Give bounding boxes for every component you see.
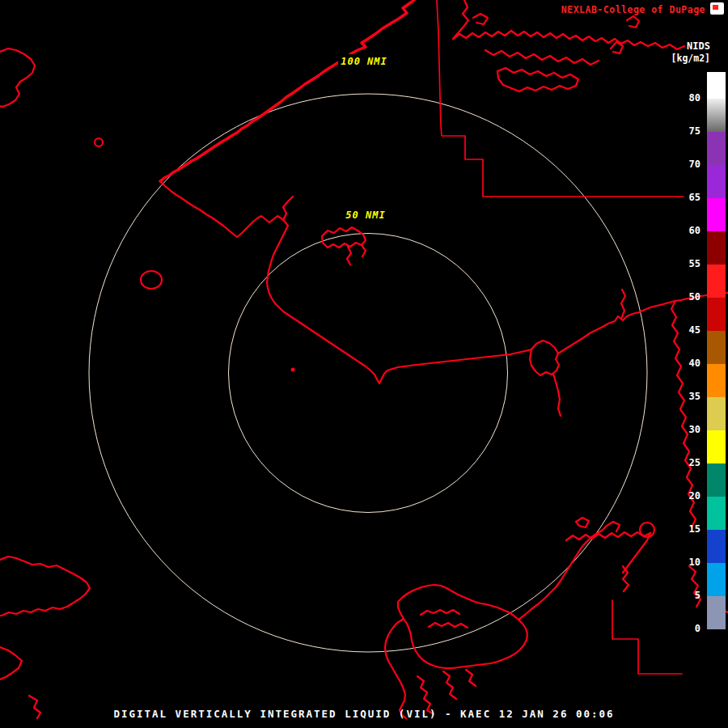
range-ring-50	[229, 234, 508, 513]
river-northeast	[621, 290, 625, 319]
lake-north-center	[322, 227, 366, 248]
island-south-detail-2	[429, 623, 468, 628]
coastline-southeast-4	[689, 566, 700, 607]
island-cluster-northeast-1	[453, 31, 684, 49]
colorbar-segment	[707, 463, 726, 497]
ring-label-50: 50 NMI	[345, 210, 385, 221]
colorbar-segment	[707, 364, 726, 397]
island-south-detail-1	[421, 610, 459, 615]
colorbar-segment	[707, 497, 726, 530]
coastline-east	[558, 293, 728, 353]
map-outlines	[0, 0, 728, 718]
coastline-southwest-peninsula	[0, 557, 90, 616]
colorbar-segment	[707, 231, 726, 265]
colorbar-segment	[707, 165, 726, 198]
colorbar-segment	[707, 265, 726, 298]
islet-northeast-b	[627, 16, 639, 28]
island-cluster-northeast-4	[497, 68, 578, 91]
islet-southeast	[576, 518, 589, 527]
range-ring-100	[89, 94, 647, 652]
island-cluster-northeast-2	[453, 0, 468, 39]
colorbar-units: [kg/m2]	[671, 53, 710, 64]
island-south-detail-4	[443, 671, 456, 699]
colorbar-segment	[707, 530, 726, 563]
ring-labels: 100 NMI 50 NMI	[338, 54, 390, 221]
colorbar-segment	[707, 596, 726, 629]
boundary-steps-southeast	[612, 600, 682, 674]
coastline-south-complex	[398, 585, 527, 668]
colorbar-segment	[707, 99, 726, 132]
coastline-northwest-corner	[0, 49, 35, 107]
colorbar-segment	[707, 198, 726, 231]
lake-west	[141, 271, 162, 289]
colorbar-segment	[707, 72, 726, 99]
radar-map: 100 NMI 50 NMI	[0, 0, 728, 728]
pond-northwest	[95, 138, 103, 146]
creek-north-center	[347, 247, 351, 265]
brand-watermark: NEXLAB-College of DuPage	[561, 4, 705, 15]
coastline-southeast-6	[623, 566, 629, 591]
islet-center	[291, 368, 295, 372]
coastline-notch	[283, 197, 293, 220]
colorbar-segment	[707, 397, 726, 430]
river-east	[553, 374, 561, 416]
colorbar-segment	[707, 563, 726, 596]
radar-display: 100 NMI 50 NMI NEXLAB-College of DuPage …	[0, 0, 728, 728]
coastline-southeast-3	[602, 522, 620, 531]
islet-northeast-c	[473, 14, 488, 24]
bay-east	[530, 341, 559, 375]
coastline-right-edge	[671, 301, 696, 527]
colorbar	[707, 0, 726, 728]
range-rings	[89, 94, 647, 652]
product-caption: DIGITAL VERTICALLY INTEGRATED LIQUID (VI…	[0, 708, 728, 720]
coastline-southwest-2	[0, 647, 22, 679]
island-cluster-northeast-3	[485, 50, 599, 65]
creek-north-center-2	[362, 245, 366, 256]
boundary-lines-north	[437, 0, 684, 197]
coastline-northwest	[160, 0, 418, 181]
colorbar-segment	[707, 331, 726, 364]
coastline-southeast-1	[566, 532, 650, 540]
island-south-detail-5	[466, 670, 476, 686]
colorbar-segment	[707, 298, 726, 331]
ring-label-100: 100 NMI	[341, 56, 387, 67]
colorbar-segment	[707, 132, 726, 165]
coastline-southeast-2	[623, 533, 650, 573]
colorbar-segment	[707, 430, 726, 463]
coastline-south-tail	[385, 619, 406, 718]
